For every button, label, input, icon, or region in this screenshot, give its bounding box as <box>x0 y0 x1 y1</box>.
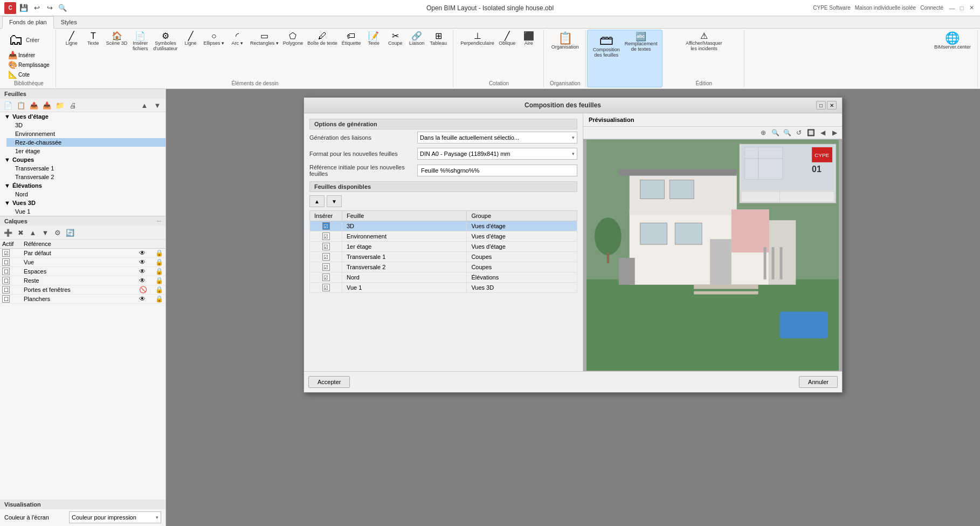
sheet-row-5[interactable]: ☑ Nord Élévations <box>310 272 577 283</box>
save-btn[interactable]: 💾 <box>18 3 29 13</box>
add-group-btn[interactable]: 📁 <box>54 100 66 111</box>
add-calque-btn[interactable]: ➕ <box>2 227 14 238</box>
calque-row-5[interactable]: ☐ Planchers 👁 🔒 <box>0 295 165 304</box>
texte2-btn[interactable]: 📝 Texte <box>363 31 384 47</box>
move-up-sheet-btn[interactable]: 📤 <box>28 100 40 111</box>
print-btn[interactable]: 🖨 <box>67 100 79 111</box>
sort-down-btn[interactable]: ▼ <box>327 195 342 207</box>
vis-icon-1[interactable]: 👁 <box>139 258 146 266</box>
sheet-row-3[interactable]: ☑ Transversale 1 Coupes <box>310 252 577 262</box>
calque-row-2[interactable]: ☐ Espaces 👁 🔒 <box>0 267 165 276</box>
lock-icon-2[interactable]: 🔒 <box>155 268 163 275</box>
scene3d-btn[interactable]: 🏠 Scène 3D <box>105 31 129 47</box>
sheet-6-cb[interactable]: ☑ <box>322 284 330 291</box>
etiquette-btn[interactable]: 🏷 Étiquette <box>340 31 363 47</box>
zoom-out-btn[interactable]: 🔍 <box>782 128 792 138</box>
calque-4-actif[interactable]: ☐ <box>2 286 10 293</box>
bibliotheque-btn[interactable]: 🗂 Créer <box>6 31 44 49</box>
perpendiculaire-btn[interactable]: ⊥ Perpendiculaire <box>459 31 496 47</box>
sheet-4-cb[interactable]: ☑ <box>322 263 330 271</box>
prev-page-btn[interactable]: ◀ <box>817 128 828 138</box>
texte-btn[interactable]: T Texte <box>83 31 103 47</box>
organisation-btn[interactable]: 📋 Organisation <box>549 31 581 51</box>
maximize-btn[interactable]: □ <box>957 4 966 12</box>
lock-icon-3[interactable]: 🔒 <box>155 277 163 284</box>
calque-down-btn[interactable]: ▼ <box>39 227 51 238</box>
calque-2-actif[interactable]: ☐ <box>2 268 10 275</box>
afficher-masquer-btn[interactable]: ⚠ Afficher/Masquerles incidents <box>684 31 724 52</box>
sheet-5-cb[interactable]: ☑ <box>322 274 330 281</box>
dialog-maximize-btn[interactable]: □ <box>816 101 826 110</box>
undo-btn[interactable]: ↩ <box>31 3 42 13</box>
calque-row-4[interactable]: ☐ Portes et fenêtres 🚫 🔒 <box>0 285 165 295</box>
ligne-btn[interactable]: ╱ Ligne <box>61 31 82 47</box>
gen-liaisons-select[interactable]: Dans la feuille actuellement sélectio...… <box>417 132 577 144</box>
minimize-btn[interactable]: — <box>948 4 956 12</box>
calques-more[interactable]: ··· <box>157 218 161 224</box>
inserer-btn[interactable]: 📥 Insérer <box>6 50 37 60</box>
sheet-row-2[interactable]: ☑ 1er étage Vues d'étage <box>310 242 577 252</box>
composition-feuilles-btn[interactable]: 🗃 Compositiondes feuilles <box>591 31 622 59</box>
coupe-btn[interactable]: ✂ Coupe <box>385 31 405 47</box>
calque-3-actif[interactable]: ☐ <box>2 277 10 284</box>
polygone-btn[interactable]: ⬠ Polygone <box>281 31 305 47</box>
vues-etage-group[interactable]: ▼Vues d'étage <box>0 112 165 121</box>
oblique-btn[interactable]: ╱ Oblique <box>497 31 517 47</box>
remplacement-btn[interactable]: 🔤 Remplacementde textes <box>623 31 659 53</box>
accept-btn[interactable]: Accepter <box>308 376 350 388</box>
vis-couleur-select[interactable]: Couleur pour impression ▾ <box>69 511 161 523</box>
arc-btn[interactable]: ◜ Arc ▾ <box>227 31 247 47</box>
tableau-btn[interactable]: ⊞ Tableau <box>428 31 448 47</box>
dialog-close-btn[interactable]: ✕ <box>827 101 837 110</box>
cote-btn[interactable]: 📐 Cote <box>6 70 31 79</box>
copy-sheet-btn[interactable]: 📋 <box>15 100 27 111</box>
inserer-fichiers-btn[interactable]: 📄 Insérerfichiers <box>130 31 150 52</box>
lock-icon-0[interactable]: 🔒 <box>155 249 163 257</box>
redo-btn[interactable]: ↪ <box>44 3 55 13</box>
tree-3d[interactable]: 3D <box>6 121 165 129</box>
del-calque-btn[interactable]: ✖ <box>15 227 26 238</box>
lock-icon-5[interactable]: 🔒 <box>155 295 163 303</box>
bimserver-btn[interactable]: 🌐 BIMserver.center <box>932 31 973 51</box>
tree-vue1[interactable]: Vue 1 <box>6 207 165 216</box>
tree-transversale1[interactable]: Transversale 1 <box>6 164 165 173</box>
rectangles-btn[interactable]: ▭ Rectangles ▾ <box>249 31 280 47</box>
calque-row-3[interactable]: ☐ Reste 👁 🔒 <box>0 276 165 285</box>
vis-icon-3[interactable]: 👁 <box>139 277 146 284</box>
boite-texte-btn[interactable]: 🖊 Boîte de texte <box>306 31 339 47</box>
sort-up-btn[interactable]: ▲ <box>309 195 325 207</box>
calque-refresh-btn[interactable]: 🔄 <box>64 227 76 238</box>
zoom-reset-btn[interactable]: ↺ <box>793 128 804 138</box>
tree-nord[interactable]: Nord <box>6 190 165 199</box>
calque-5-actif[interactable]: ☐ <box>2 295 10 303</box>
calque-row-0[interactable]: ☑ Par défaut 👁 🔒 <box>0 249 165 258</box>
elevations-group[interactable]: ▼Élévations <box>0 181 165 190</box>
sheet-2-cb[interactable]: ☑ <box>322 243 330 250</box>
tab-styles[interactable]: Styles <box>54 16 84 28</box>
new-sheet-btn[interactable]: 📄 <box>2 100 14 111</box>
zoom-fit-btn[interactable]: 🔲 <box>805 128 816 138</box>
format-select[interactable]: DIN A0 - Paysage (1189x841) mm ▾ <box>417 148 577 160</box>
collapse-btn[interactable]: ▼ <box>151 100 163 111</box>
ellipses-btn[interactable]: ○ Ellipses ▾ <box>202 31 226 47</box>
sheet-row-6[interactable]: ☑ Vue 1 Vues 3D <box>310 283 577 293</box>
symboles-btn[interactable]: ⚙ Symbolesd'utilisateur <box>151 31 179 52</box>
sheet-1-cb[interactable]: ☑ <box>322 233 330 240</box>
vis-icon-5[interactable]: 👁 <box>139 295 146 303</box>
sheet-row-1[interactable]: ☑ Environnement Vues d'étage <box>310 231 577 242</box>
zoom-extent-btn[interactable]: ⊕ <box>758 128 769 138</box>
lock-icon-1[interactable]: 🔒 <box>155 258 163 266</box>
next-page-btn[interactable]: ▶ <box>829 128 840 138</box>
vis-icon-2[interactable]: 👁 <box>139 268 146 275</box>
remplissage-btn[interactable]: 🎨 Remplissage <box>6 60 51 70</box>
vis-icon-4[interactable]: 🚫 <box>139 286 147 293</box>
sheet-0-cb[interactable]: ☑ <box>322 222 330 230</box>
sheet-row-0[interactable]: ☑ 3D Vues d'étage <box>310 221 577 231</box>
calque-0-actif[interactable]: ☑ <box>2 249 10 257</box>
calque-settings-btn[interactable]: ⚙ <box>52 227 64 238</box>
tree-rezde[interactable]: Rez-de-chaussée <box>6 138 165 147</box>
vues3d-group[interactable]: ▼Vues 3D <box>0 199 165 207</box>
calque-1-actif[interactable]: ☐ <box>2 258 10 266</box>
zoom-in-btn[interactable]: 🔍 <box>770 128 781 138</box>
tab-fonds-plan[interactable]: Fonds de plan <box>2 16 54 29</box>
